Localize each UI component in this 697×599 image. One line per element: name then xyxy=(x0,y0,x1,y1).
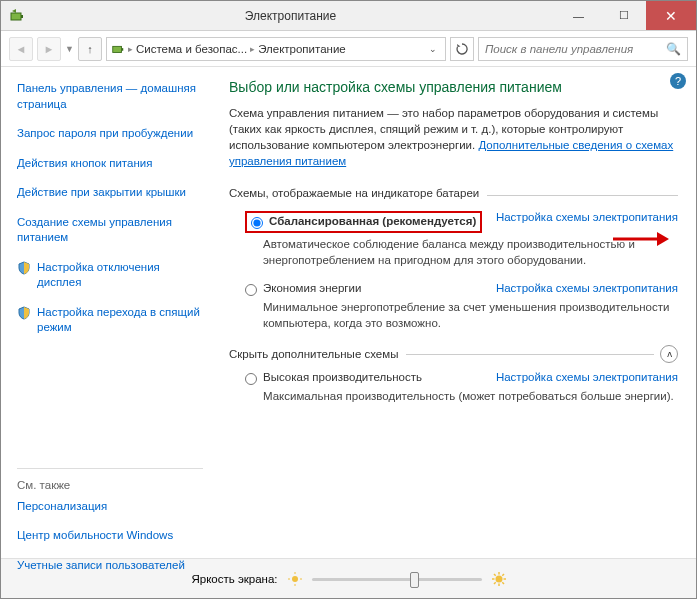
refresh-button[interactable] xyxy=(450,37,474,61)
svg-rect-0 xyxy=(11,13,21,20)
battery-plans-label: Схемы, отображаемые на индикаторе батаре… xyxy=(229,187,678,199)
chevron-right-icon: ▸ xyxy=(128,44,133,54)
window-title: Электропитание xyxy=(25,9,556,23)
shield-icon xyxy=(17,306,31,320)
main-content: ? Выбор или настройка схемы управления п… xyxy=(211,67,696,558)
sidebar-home-link[interactable]: Панель управления — домашняя страница xyxy=(17,81,203,112)
battery-icon xyxy=(9,8,25,24)
plan-powersaver-settings-link[interactable]: Настройка схемы электропитания xyxy=(496,282,678,294)
breadcrumb-item[interactable]: Система и безопас... xyxy=(136,43,247,55)
brightness-label: Яркость экрана: xyxy=(191,573,277,585)
sidebar-link-password[interactable]: Запрос пароля при пробуждении xyxy=(17,126,193,142)
search-input[interactable] xyxy=(485,43,666,55)
forward-button[interactable]: ► xyxy=(37,37,61,61)
plan-powersaver-name[interactable]: Экономия энергии xyxy=(263,282,496,294)
sidebar-link-display-off[interactable]: Настройка отключения дисплея xyxy=(37,260,203,291)
sidebar-link-create-plan[interactable]: Создание схемы управления питанием xyxy=(17,215,203,246)
plan-powersaver: Экономия энергии Настройка схемы электро… xyxy=(245,282,678,331)
svg-line-17 xyxy=(494,582,496,584)
page-title: Выбор или настройка схемы управления пит… xyxy=(229,79,678,95)
titlebar: Электропитание — ☐ ✕ xyxy=(1,1,696,31)
plan-highperf-desc: Максимальная производительность (может п… xyxy=(263,389,678,405)
plan-highperf-name[interactable]: Высокая производительность xyxy=(263,371,496,383)
plan-highperf: Высокая производительность Настройка схе… xyxy=(245,371,678,405)
sidebar-link-user-accounts[interactable]: Учетные записи пользователей xyxy=(17,558,185,574)
plan-powersaver-desc: Минимальное энергопотребление за счет ум… xyxy=(263,300,678,331)
breadcrumb-dropdown-icon[interactable]: ⌄ xyxy=(425,44,441,54)
sidebar-link-mobility-center[interactable]: Центр мобильности Windows xyxy=(17,528,173,544)
brightness-slider[interactable] xyxy=(312,570,482,588)
plan-balanced-name[interactable]: Сбалансированная (рекомендуется) xyxy=(269,215,476,227)
additional-plans-label: Скрыть дополнительные схемы xyxy=(229,348,398,360)
svg-line-15 xyxy=(494,574,496,576)
sidebar-link-power-buttons[interactable]: Действия кнопок питания xyxy=(17,156,152,172)
sun-dim-icon xyxy=(288,572,302,586)
close-button[interactable]: ✕ xyxy=(646,1,696,30)
intro-text: Схема управления питанием — это набор па… xyxy=(229,105,678,169)
history-dropdown-icon[interactable]: ▼ xyxy=(65,44,74,54)
svg-rect-1 xyxy=(21,15,23,18)
sidebar: Панель управления — домашняя страница За… xyxy=(1,67,211,558)
additional-plans-toggle[interactable]: Скрыть дополнительные схемы ʌ xyxy=(229,345,678,363)
minimize-button[interactable]: — xyxy=(556,1,601,30)
slider-thumb[interactable] xyxy=(410,572,419,588)
svg-point-10 xyxy=(495,575,502,582)
plan-powersaver-radio[interactable] xyxy=(245,284,257,296)
arrow-annotation-icon xyxy=(611,230,671,248)
sidebar-link-lid-action[interactable]: Действие при закрытии крышки xyxy=(17,185,186,201)
svg-rect-3 xyxy=(121,48,123,51)
sidebar-link-personalization[interactable]: Персонализация xyxy=(17,499,107,515)
refresh-icon xyxy=(456,43,468,55)
svg-point-5 xyxy=(292,576,298,582)
back-button[interactable]: ◄ xyxy=(9,37,33,61)
highlight-annotation: Сбалансированная (рекомендуется) xyxy=(245,211,482,233)
help-icon[interactable]: ? xyxy=(670,73,686,89)
plan-highperf-radio[interactable] xyxy=(245,373,257,385)
chevron-up-icon[interactable]: ʌ xyxy=(660,345,678,363)
svg-line-16 xyxy=(502,582,504,584)
see-also-heading: См. также xyxy=(17,479,203,491)
search-icon: 🔍 xyxy=(666,42,681,56)
plan-balanced-radio[interactable] xyxy=(251,217,263,229)
svg-rect-2 xyxy=(113,46,122,52)
up-button[interactable]: ↑ xyxy=(78,37,102,61)
plan-balanced-settings-link[interactable]: Настройка схемы электропитания xyxy=(496,211,678,223)
sun-bright-icon xyxy=(492,572,506,586)
plan-highperf-settings-link[interactable]: Настройка схемы электропитания xyxy=(496,371,678,383)
shield-icon xyxy=(17,261,31,275)
battery-icon xyxy=(111,42,125,56)
sidebar-link-sleep[interactable]: Настройка перехода в спящий режим xyxy=(37,305,203,336)
maximize-button[interactable]: ☐ xyxy=(601,1,646,30)
chevron-right-icon: ▸ xyxy=(250,44,255,54)
breadcrumb-item[interactable]: Электропитание xyxy=(258,43,346,55)
window-controls: — ☐ ✕ xyxy=(556,1,696,30)
navbar: ◄ ► ▼ ↑ ▸ Система и безопас... ▸ Электро… xyxy=(1,31,696,67)
battery-plans-label-text: Схемы, отображаемые на индикаторе батаре… xyxy=(229,187,487,199)
search-box[interactable]: 🔍 xyxy=(478,37,688,61)
breadcrumb[interactable]: ▸ Система и безопас... ▸ Электропитание … xyxy=(106,37,446,61)
svg-line-18 xyxy=(502,574,504,576)
